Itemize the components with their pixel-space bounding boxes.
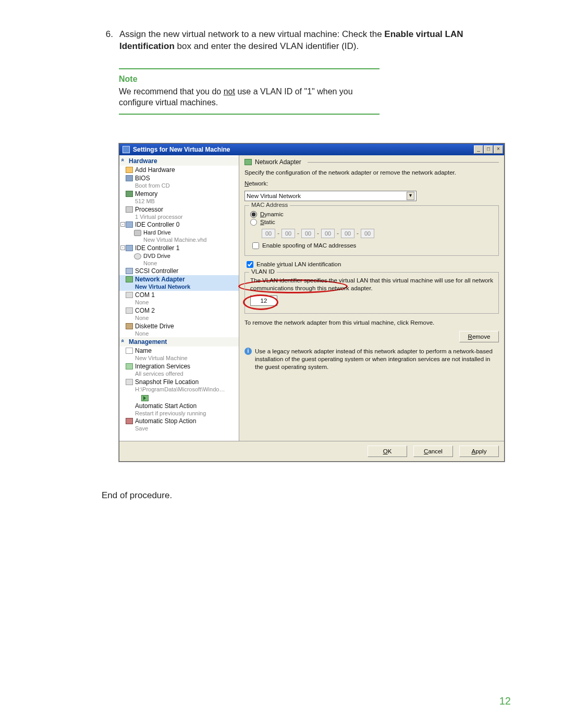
pane-desc: Specify the configuration of the network… [244, 169, 499, 177]
remove-help: To remove the network adapter from this … [244, 319, 499, 327]
note-block: Note We recommend that you do not use a … [119, 68, 380, 115]
network-adapter-pane: Network Adapter Specify the configuratio… [239, 155, 504, 441]
section-management[interactable]: Management [119, 337, 239, 347]
start-icon [141, 395, 149, 401]
enable-vlan-row[interactable]: Enable virtual LAN identification [247, 261, 499, 268]
enable-spoofing-label: Enable spoofing of MAC addresses [262, 242, 356, 249]
tree-network-adapter[interactable]: Network Adapter New Virtual Network [119, 275, 239, 291]
ok-button[interactable]: OK [368, 446, 407, 457]
dynamic-radio[interactable] [250, 211, 257, 218]
maximize-button[interactable]: □ [484, 145, 493, 154]
memory-icon [126, 191, 133, 197]
network-label: etwork: [249, 180, 268, 187]
step-text-suffix: box and enter the desired VLAN identifie… [177, 41, 359, 51]
step-row: 6. Assign the new virtual network to a n… [102, 29, 477, 53]
snapshot-icon [126, 379, 133, 385]
tree-diskette[interactable]: Diskette Drive None [119, 322, 239, 338]
minimize-button[interactable]: _ [474, 145, 483, 154]
end-of-procedure: End of procedure. [102, 490, 511, 501]
vlan-id-group: VLAN ID The VLAN identifier specifies th… [244, 272, 499, 314]
note-rule-bottom [119, 114, 380, 115]
static-radio-row[interactable]: Static [250, 219, 493, 226]
section-hardware[interactable]: Hardware [119, 156, 239, 166]
network-icon [126, 276, 133, 282]
diskette-icon [126, 323, 133, 329]
tree-com1[interactable]: COM 1 None [119, 291, 239, 306]
info-text: Use a legacy network adapter instead of … [255, 348, 499, 371]
enable-spoofing-row[interactable]: Enable spoofing of MAC addresses [252, 242, 493, 249]
info-row: i Use a legacy network adapter instead o… [244, 348, 499, 371]
stop-icon [126, 418, 133, 424]
mac-octet-6[interactable] [361, 229, 374, 238]
processor-icon [126, 206, 133, 213]
apply-button[interactable]: Apply [459, 446, 499, 457]
static-radio[interactable] [250, 219, 257, 226]
info-icon: i [244, 348, 252, 355]
cancel-button[interactable]: Cancel [413, 446, 453, 457]
step-text-prefix: Assign the new virtual network to a new … [119, 29, 384, 39]
mac-address-inputs: - - - - - [262, 229, 493, 238]
mac-octet-2[interactable] [282, 229, 295, 238]
scsi-icon [126, 268, 133, 274]
tree-com2[interactable]: COM 2 None [119, 306, 239, 322]
vlan-help-text: The VLAN identifier specifies the virtua… [250, 277, 493, 292]
step-number: 6. [102, 29, 113, 53]
tree-processor[interactable]: Processor 1 Virtual processor [119, 205, 239, 221]
tree-integration[interactable]: Integration Services All services offere… [119, 362, 239, 378]
tree-memory[interactable]: Memory 512 MB [119, 190, 239, 205]
integration-icon [126, 363, 133, 369]
window-buttons: _ □ × [473, 145, 503, 154]
tree-name[interactable]: Name New Virtual Machine [119, 347, 239, 362]
tree-dvd[interactable]: DVD Drive None [119, 252, 239, 267]
ide-icon [126, 221, 133, 228]
tree-add-hardware[interactable]: Add Hardware [119, 166, 239, 174]
tree-bios[interactable]: BIOS Boot from CD [119, 174, 239, 190]
collapse-icon[interactable]: - [120, 222, 125, 227]
mac-octet-1[interactable] [262, 229, 275, 238]
settings-window: Settings for New Virtual Machine _ □ × H… [119, 143, 505, 462]
enable-spoofing-checkbox[interactable] [252, 242, 259, 249]
network-select-value: New Virtual Network [247, 193, 301, 199]
com-icon [126, 307, 133, 314]
close-button[interactable]: × [494, 145, 503, 154]
network-icon [244, 159, 252, 165]
dvd-icon [134, 253, 141, 260]
tree-ide0[interactable]: - IDE Controller 0 [119, 220, 239, 229]
tree-autostart[interactable]: Automatic Start Action Restart if previo… [119, 393, 239, 417]
window-icon [123, 146, 130, 153]
mac-legend: MAC Address [249, 202, 290, 208]
collapse-icon[interactable]: - [120, 245, 125, 250]
ide-icon [126, 245, 133, 251]
mac-octet-4[interactable] [321, 229, 335, 238]
vlan-id-input[interactable] [250, 295, 277, 306]
dialog-button-bar: OK Cancel Apply [119, 441, 504, 461]
note-body-underline: not [224, 87, 235, 96]
add-hardware-icon [126, 167, 133, 173]
tree-autostop[interactable]: Automatic Stop Action Save [119, 417, 239, 433]
note-body-prefix: We recommend that you do [119, 87, 224, 96]
tree-scsi[interactable]: SCSI Controller [119, 267, 239, 275]
name-icon [126, 348, 133, 354]
dynamic-radio-row[interactable]: Dynamic [250, 211, 493, 218]
tree-snapshot[interactable]: Snapshot File Location H:\ProgramData\Mi… [119, 378, 239, 393]
hardware-tree: Hardware Add Hardware BIOS Boot from CD … [119, 155, 239, 441]
pane-title: Network Adapter [255, 158, 301, 166]
mac-octet-3[interactable] [301, 229, 315, 238]
enable-vlan-label: Enable virtual LAN identification [256, 261, 341, 267]
network-select[interactable]: New Virtual Network ▼ [244, 191, 417, 201]
step-text: Assign the new virtual network to a new … [119, 29, 477, 53]
tree-ide1[interactable]: - IDE Controller 1 [119, 244, 239, 252]
remove-button[interactable]: Remove [459, 331, 499, 342]
bios-icon [126, 175, 133, 181]
com-icon [126, 292, 133, 298]
titlebar[interactable]: Settings for New Virtual Machine _ □ × [119, 144, 504, 155]
tree-harddrive[interactable]: Hard Drive New Virtual Machine.vhd [119, 229, 239, 244]
enable-vlan-checkbox[interactable] [247, 261, 253, 268]
window-title: Settings for New Virtual Machine [133, 146, 470, 153]
mac-octet-5[interactable] [341, 229, 354, 238]
mac-address-group: MAC Address Dynamic Static - - - - [244, 205, 499, 256]
note-rule-top [119, 68, 380, 69]
note-title: Note [119, 75, 380, 84]
harddrive-icon [134, 230, 141, 236]
dropdown-arrow-icon[interactable]: ▼ [407, 192, 414, 200]
